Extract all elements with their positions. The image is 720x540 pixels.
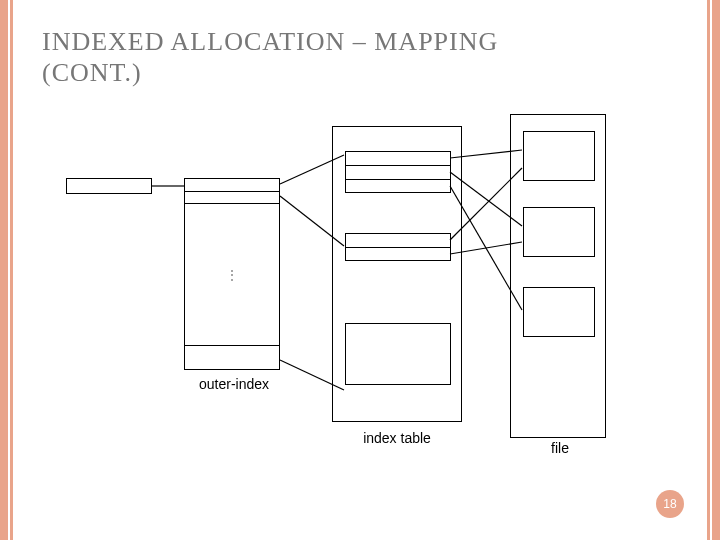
file-block	[523, 131, 595, 181]
slide-number-badge: 18	[656, 490, 684, 518]
index-group	[345, 323, 451, 385]
index-cell	[345, 247, 451, 261]
slide-title: INDEXED ALLOCATION – MAPPING (CONT.)	[42, 26, 498, 88]
title-line-1: INDEXED ALLOCATION – MAPPING	[42, 27, 498, 56]
index-table-box	[332, 126, 462, 422]
outer-index-slot	[185, 191, 279, 203]
slide-border-right	[706, 0, 720, 540]
file-block	[523, 207, 595, 257]
title-line-2: (CONT.)	[42, 58, 142, 87]
label-index-table: index table	[352, 430, 442, 446]
index-cell	[345, 151, 451, 165]
label-outer-index: outer-index	[194, 376, 274, 392]
slide-number: 18	[663, 497, 676, 511]
vertical-dots: ⋮	[225, 266, 239, 283]
outer-index-box: ⋮	[184, 178, 280, 370]
pointer-box	[66, 178, 152, 194]
index-cell	[345, 179, 451, 193]
label-file: file	[540, 440, 580, 456]
index-cell	[345, 165, 451, 179]
file-block	[523, 287, 595, 337]
index-group	[345, 151, 451, 193]
index-group	[345, 233, 451, 261]
outer-index-slot	[185, 179, 279, 191]
index-cell	[345, 233, 451, 247]
outer-index-last-slot	[185, 345, 279, 369]
slide-border-left	[0, 0, 14, 540]
file-box	[510, 114, 606, 438]
outer-index-middle: ⋮	[185, 203, 279, 345]
